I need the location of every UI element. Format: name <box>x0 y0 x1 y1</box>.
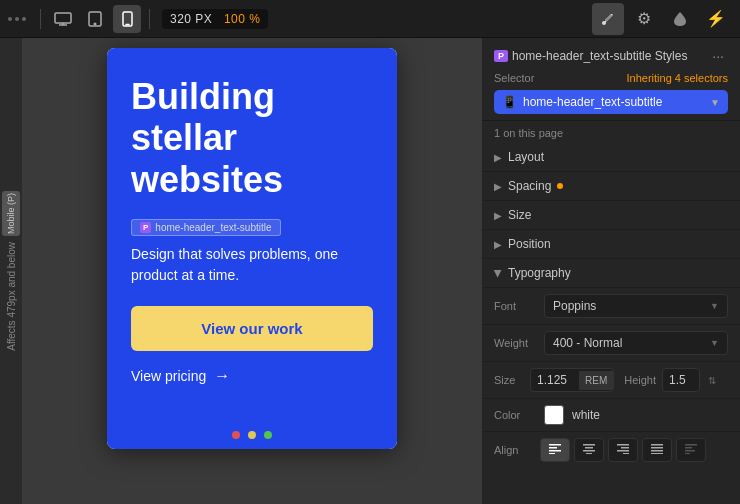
chevron-right-icon: ▶ <box>494 152 502 163</box>
size-unit[interactable]: REM <box>579 371 613 390</box>
mobile-icon[interactable] <box>113 5 141 33</box>
height-arrows-icon[interactable]: ⇅ <box>708 375 716 386</box>
height-label: Height <box>624 374 656 386</box>
svg-rect-0 <box>55 13 71 23</box>
svg-rect-12 <box>585 447 593 449</box>
panel-more-button[interactable]: ··· <box>708 48 728 64</box>
cta-button[interactable]: View our work <box>131 306 373 351</box>
color-label: Color <box>494 409 536 421</box>
panel-p-icon: P <box>494 50 508 62</box>
phone-frame: Building stellar websites P home-header_… <box>107 48 397 449</box>
section-label-size: Size <box>508 208 531 222</box>
chevron-right-icon: ▶ <box>494 210 502 221</box>
size-input[interactable] <box>531 369 579 391</box>
svg-rect-21 <box>651 450 663 452</box>
dot-red <box>232 431 240 439</box>
height-input[interactable] <box>662 368 700 392</box>
svg-rect-26 <box>685 453 690 454</box>
toolbar-right: ⚙ ⚡ <box>592 3 732 35</box>
svg-rect-25 <box>685 450 695 452</box>
svg-rect-10 <box>549 453 555 454</box>
font-select[interactable]: Poppins ▼ <box>544 294 728 318</box>
svg-rect-7 <box>549 444 561 446</box>
chevron-right-icon: ▶ <box>494 239 502 250</box>
inheriting-badge: Inheriting 4 selectors <box>627 72 729 84</box>
align-none-button[interactable] <box>676 438 706 462</box>
section-layout[interactable]: ▶ Layout <box>482 143 740 172</box>
svg-rect-24 <box>685 447 692 449</box>
phone-heading: Building stellar websites <box>131 76 373 200</box>
size-height-row: Size REM Height ⇅ <box>482 362 740 399</box>
section-typography[interactable]: ▶ Typography <box>482 259 740 288</box>
left-label-panel: Mobile (P) Affects 479px and below <box>0 38 22 504</box>
weight-select[interactable]: 400 - Normal ▼ <box>544 331 728 355</box>
weight-value: 400 - Normal <box>553 336 622 350</box>
color-row: Color white <box>482 399 740 432</box>
weight-row: Weight 400 - Normal ▼ <box>482 325 740 362</box>
svg-rect-11 <box>583 444 595 446</box>
chevron-icon: ▼ <box>710 301 719 311</box>
font-label: Font <box>494 300 536 312</box>
color-value: white <box>572 408 600 422</box>
view-pricing-text: View pricing <box>131 368 206 384</box>
align-center-button[interactable] <box>574 438 604 462</box>
panel-title: home-header_text-subtitle Styles <box>512 49 708 63</box>
desktop-icon[interactable] <box>49 5 77 33</box>
align-row: Align <box>482 432 740 468</box>
chevron-down-icon: ▼ <box>710 97 720 108</box>
view-pricing-link[interactable]: View pricing → <box>131 367 373 401</box>
align-left-button[interactable] <box>540 438 570 462</box>
section-size[interactable]: ▶ Size <box>482 201 740 230</box>
align-right-button[interactable] <box>608 438 638 462</box>
align-label: Align <box>494 444 536 456</box>
panel-title-row: P home-header_text-subtitle Styles ··· <box>494 48 728 64</box>
phone-bottom-bar <box>107 421 397 449</box>
svg-rect-20 <box>651 447 663 449</box>
size-input-group[interactable]: REM <box>530 368 614 392</box>
section-label-typography: Typography <box>508 266 571 280</box>
section-spacing[interactable]: ▶ Spacing <box>482 172 740 201</box>
align-justify-button[interactable] <box>642 438 672 462</box>
phone-subtitle: Design that solves problems, one product… <box>131 244 373 286</box>
chevron-down-icon: ▶ <box>493 269 504 277</box>
separator-2 <box>149 9 150 29</box>
typography-section: Font Poppins ▼ Weight 400 - Normal ▼ Siz… <box>482 288 740 468</box>
lightning-icon[interactable]: ⚡ <box>700 3 732 35</box>
top-toolbar: 320 PX 100 % ⚙ ⚡ <box>0 0 740 38</box>
svg-rect-19 <box>651 444 663 446</box>
settings-icon[interactable]: ⚙ <box>628 3 660 35</box>
p-badge-icon: P <box>140 222 151 233</box>
svg-rect-18 <box>623 453 629 454</box>
selector-row: Selector Inheriting 4 selectors <box>494 72 728 84</box>
size-label: Size <box>494 374 524 386</box>
panel-header: P home-header_text-subtitle Styles ··· S… <box>482 38 740 121</box>
svg-rect-23 <box>685 444 697 446</box>
selector-dropdown[interactable]: 📱 home-header_text-subtitle ▼ <box>494 90 728 114</box>
chevron-right-icon: ▶ <box>494 181 502 192</box>
right-panel: P home-header_text-subtitle Styles ··· S… <box>482 38 740 504</box>
separator-1 <box>40 9 41 29</box>
svg-rect-14 <box>586 453 592 454</box>
svg-rect-13 <box>583 450 595 452</box>
svg-rect-22 <box>651 453 663 454</box>
subtitle-badge-text: home-header_text-subtitle <box>155 222 271 233</box>
section-position[interactable]: ▶ Position <box>482 230 740 259</box>
selector-label: Selector <box>494 72 534 84</box>
subtitle-badge[interactable]: P home-header_text-subtitle <box>131 219 281 236</box>
weight-label: Weight <box>494 337 536 349</box>
arrow-right-icon: → <box>214 367 230 385</box>
tablet-icon[interactable] <box>81 5 109 33</box>
svg-rect-8 <box>549 447 557 449</box>
water-icon[interactable] <box>664 3 696 35</box>
font-value: Poppins <box>553 299 596 313</box>
font-row: Font Poppins ▼ <box>482 288 740 325</box>
phone-content: Building stellar websites P home-header_… <box>107 48 397 421</box>
menu-dots[interactable] <box>8 17 26 21</box>
affects-label: Affects 479px and below <box>6 242 17 351</box>
section-label-position: Position <box>508 237 551 251</box>
color-swatch[interactable] <box>544 405 564 425</box>
svg-rect-9 <box>549 450 561 452</box>
page-count: 1 on this page <box>482 121 740 143</box>
paint-icon[interactable] <box>592 3 624 35</box>
dot-yellow <box>248 431 256 439</box>
